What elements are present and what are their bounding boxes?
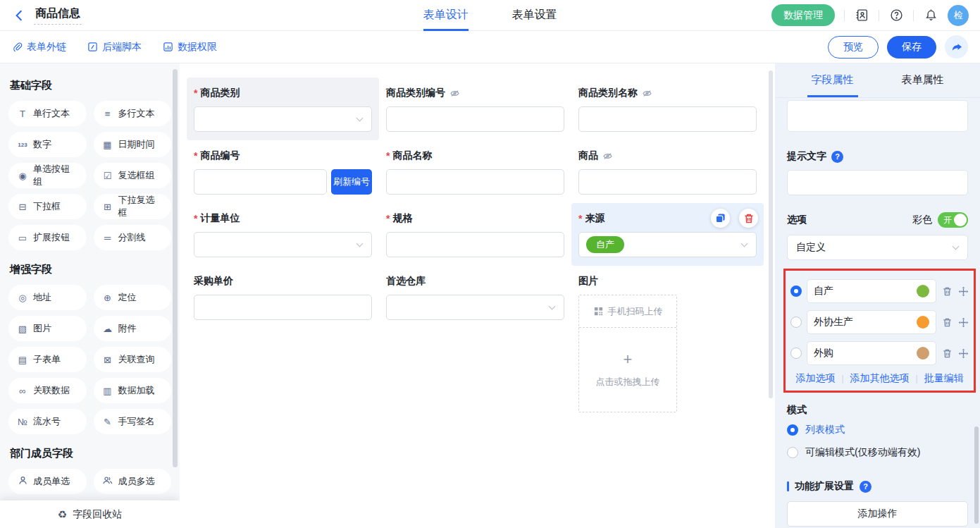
avatar[interactable]: 检 [948,5,969,26]
field-item-location[interactable]: ⊕定位 [94,285,172,310]
click-drag-upload-area[interactable]: + 点击或拖拽上传 [579,328,676,412]
options-source-select[interactable]: 自定义 [787,235,968,260]
field-recycle-bin[interactable]: ♻ 字段回收站 [0,501,180,528]
field-image-upload[interactable]: 图片 手机扫码上传 + 点击或拖拽上传 [571,266,764,421]
field-item-dropdown[interactable]: ⊟下拉框 [8,194,87,219]
help-icon[interactable] [888,8,904,23]
field-product-name[interactable]: *商品名称 [379,140,571,203]
product-code-input[interactable] [194,169,327,195]
hint-help-icon[interactable]: ? [831,151,843,163]
field-item-extend-button[interactable]: ▭扩展按钮 [8,225,87,250]
field-item-radio-group[interactable]: ◉单选按钮组 [8,163,87,188]
sidebar-scrollbar[interactable] [173,69,178,467]
category-name-input[interactable] [578,106,757,132]
scan-upload-button[interactable]: 手机扫码上传 [579,295,676,328]
preview-button[interactable]: 预览 [828,36,879,59]
panel-scrollbar[interactable] [974,426,979,524]
extension-help-icon[interactable]: ? [860,481,872,493]
field-item-multi-dropdown[interactable]: ⊞下拉复选框 [94,194,172,219]
extension-settings-label: 功能扩展设置 [795,480,854,493]
option-drag-handle[interactable] [957,348,969,359]
category-code-input[interactable] [386,106,564,132]
option-text-input[interactable]: 外购 [807,341,936,365]
field-item-checkbox-group[interactable]: ☑复选框组 [94,163,172,188]
purchase-price-input[interactable] [194,295,372,320]
field-item-linked-query[interactable]: ⊠关联查询 [94,347,172,372]
copy-field-button[interactable] [711,209,730,228]
field-warehouse[interactable]: 首选仓库 [379,266,571,421]
share-button[interactable] [945,35,968,59]
mode-editable[interactable]: 可编辑模式(仅移动端有效) [787,446,968,459]
option-drag-handle[interactable] [957,317,969,328]
field-category-code[interactable]: 商品类别编号 [379,78,571,140]
field-item-linked-data[interactable]: ∞关联数据 [8,378,87,403]
add-other-option-link[interactable]: 添加其他选项 [850,372,910,385]
field-purchase-price[interactable]: 采购单价 [187,266,379,421]
form-title[interactable]: 商品信息 [34,6,82,25]
refresh-code-button[interactable]: 刷新编号 [331,169,372,195]
form-external-link[interactable]: 表单外链 [12,41,66,54]
field-source[interactable]: *来源 自产 [571,203,764,266]
field-item-multi-text[interactable]: ≡多行文本 [94,101,172,126]
trash-icon [942,286,953,297]
data-permission-link[interactable]: 数据权限 [163,41,217,54]
delete-field-button[interactable] [739,209,758,228]
field-item-address[interactable]: ◎地址 [8,285,87,310]
option-delete-button[interactable] [941,348,953,359]
field-item-single-text[interactable]: T单行文本 [8,101,87,126]
field-item-number[interactable]: 123数字 [8,132,87,157]
tab-field-properties[interactable]: 字段属性 [807,63,858,97]
warehouse-select[interactable] [386,295,564,320]
option-delete-button[interactable] [941,317,953,328]
hint-text-input[interactable] [787,170,968,195]
add-option-link[interactable]: 添加选项 [795,372,835,385]
option-delete-button[interactable] [941,286,953,297]
product-input[interactable] [578,169,757,195]
field-item-member-single[interactable]: 成员单选 [8,469,87,494]
backend-script-link[interactable]: 后端脚本 [87,41,142,54]
spec-input[interactable] [386,232,564,257]
field-unit[interactable]: *计量单位 [187,203,379,266]
field-item-image[interactable]: ▧图片 [8,316,87,341]
option-drag-handle[interactable] [957,286,969,297]
field-product-code[interactable]: *商品编号 刷新编号 [187,140,379,203]
field-item-member-multi[interactable]: 成员多选 [94,469,172,494]
tab-form-settings[interactable]: 表单设置 [512,0,557,31]
option-text-input[interactable]: 外协生产 [807,310,936,334]
color-toggle[interactable]: 开 [938,212,968,228]
field-item-attachment[interactable]: ☁附件 [94,316,172,341]
unit-select[interactable] [194,232,372,257]
canvas-scrollbar[interactable] [769,70,773,398]
field-category[interactable]: *商品类别 [187,78,379,140]
option-color-dot[interactable] [917,316,929,329]
field-item-subform[interactable]: ▤子表单 [8,347,87,372]
option-radio-selected[interactable] [790,286,802,297]
option-color-dot[interactable] [917,347,929,360]
option-radio[interactable] [790,348,802,359]
field-item-data-load[interactable]: ▥数据加载 [94,378,172,403]
data-manage-button[interactable]: 数据管理 [771,4,835,26]
field-product[interactable]: 商品 [571,140,764,203]
field-item-serial-number[interactable]: №流水号 [8,409,87,434]
add-action-button[interactable]: 添加操作 [787,501,968,527]
option-radio[interactable] [790,317,802,328]
tab-form-design[interactable]: 表单设计 [423,0,469,31]
product-name-input[interactable] [386,169,564,195]
category-select[interactable] [194,106,372,132]
field-spec[interactable]: *规格 [379,203,571,266]
field-item-divider[interactable]: ═分割线 [94,225,172,250]
mode-list[interactable]: 列表模式 [787,424,968,436]
contact-book-icon[interactable] [854,8,869,23]
save-button[interactable]: 保存 [887,36,936,59]
field-name-input[interactable] [787,100,968,132]
field-category-name[interactable]: 商品类别名称 [571,78,764,140]
bell-icon[interactable] [923,8,938,23]
tab-form-properties[interactable]: 表单属性 [898,63,948,97]
field-item-datetime[interactable]: ▦日期时间 [94,132,172,157]
field-item-signature[interactable]: ✎手写签名 [94,409,172,434]
batch-edit-link[interactable]: 批量编辑 [924,372,964,385]
back-button[interactable] [11,8,27,23]
source-select[interactable]: 自产 [578,232,757,257]
option-text-input[interactable]: 自产 [807,279,936,303]
option-color-dot[interactable] [917,285,929,297]
